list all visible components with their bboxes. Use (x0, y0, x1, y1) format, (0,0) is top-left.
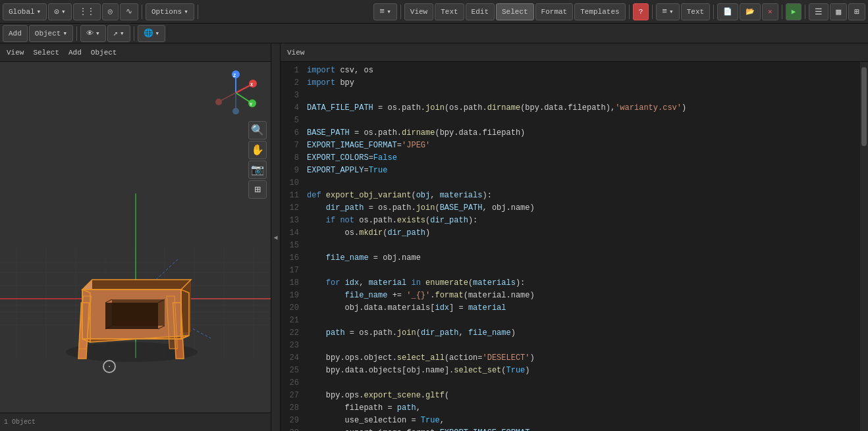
object-arrow: ▾ (63, 29, 67, 38)
select-label: Select (502, 8, 528, 16)
code-view-btn[interactable]: View (283, 45, 308, 60)
run-script-btn[interactable]: ▶ (786, 3, 802, 20)
add-btn[interactable]: Add (3, 25, 28, 42)
layout-btn1[interactable]: ☰ (809, 3, 828, 20)
options-arrow: ▾ (184, 7, 188, 16)
view-type-arrow: ▾ (669, 7, 674, 16)
vp-view-btn[interactable]: View (3, 45, 28, 60)
sep6 (713, 5, 714, 19)
visibility-btn[interactable]: 👁 ▾ (80, 25, 106, 42)
view-label: View (410, 8, 427, 16)
close-file-btn[interactable]: ✕ (762, 3, 778, 20)
viewport-toolbar: View Select Add Object (0, 43, 271, 62)
view-type-icon: ≡ (662, 7, 667, 16)
scrollbar-track[interactable] (860, 62, 868, 431)
sep8 (805, 5, 805, 19)
layout-icon1: ☰ (815, 7, 823, 17)
collapse-icon: ◀ (273, 234, 277, 241)
viewport-canvas[interactable]: Z X Y (0, 62, 271, 431)
viewport-bottom: 1 Object (0, 413, 271, 431)
zoom-icon: 🔍 (251, 124, 264, 137)
new-file-btn[interactable]: 📄 (717, 3, 738, 20)
options-btn[interactable]: Options ▾ (146, 3, 194, 20)
vp-select-btn[interactable]: Select (29, 45, 63, 60)
camera-icon: 📷 (251, 163, 264, 176)
svg-point-36 (232, 108, 239, 114)
sep7 (782, 5, 782, 19)
sep5 (652, 5, 653, 19)
layout-btn3[interactable]: ⊞ (848, 3, 865, 20)
help-icon: ? (639, 8, 643, 16)
sep9 (76, 26, 77, 41)
text-label-top: Text (441, 8, 458, 16)
view-type-btn[interactable]: ≡ ▾ (656, 3, 679, 20)
camera-btn[interactable]: 📷 (248, 161, 267, 179)
transform-btn[interactable]: ↗ ▾ (107, 25, 130, 42)
select-menu-btn[interactable]: Select (496, 3, 534, 20)
eye-arrow: ▾ (95, 29, 100, 38)
pivot-arrow: ▾ (61, 7, 66, 16)
filename-label: Text (687, 8, 704, 16)
vp-add-btn[interactable]: Add (65, 45, 86, 60)
render-arrow: ▾ (155, 29, 160, 38)
svg-line-33 (219, 93, 236, 101)
layout-icon3: ⊞ (854, 7, 859, 17)
format-menu-btn[interactable]: Format (535, 3, 574, 20)
templates-menu-btn[interactable]: Templates (574, 3, 625, 20)
proportional-icon: ◎ (108, 7, 113, 16)
help-btn[interactable]: ? (633, 3, 649, 20)
dropdown-arrow: ▾ (37, 7, 41, 16)
top-toolbar: Global ▾ ⊙ ▾ ⋮⋮ ◎ ∿ Options ▾ ≡ ▾ View T… (0, 0, 868, 24)
format-label: Format (541, 8, 568, 16)
filename-field[interactable]: Text (681, 3, 710, 20)
pivot-btn[interactable]: ⊙ ▾ (48, 3, 71, 20)
pivot-icon: ⊙ (54, 7, 59, 17)
transform-icon: ↗ (113, 28, 118, 38)
open-file-btn[interactable]: 📂 (740, 3, 761, 20)
svg-text:Z: Z (233, 73, 236, 78)
object-btn[interactable]: Object ▾ (29, 25, 73, 42)
render-icon: 🌐 (144, 28, 153, 38)
transform-arrow: ▾ (120, 29, 124, 38)
snap-grid-btn[interactable]: ⋮⋮ (73, 3, 101, 20)
editor-type-icon: ≡ (379, 7, 385, 16)
layout-icon2: ▦ (836, 7, 841, 17)
layout-btn2[interactable]: ▦ (830, 3, 847, 20)
perspective-btn[interactable]: ⊞ (248, 180, 267, 199)
viewport-panel: View Select Add Object (0, 43, 271, 431)
code-editor: View 1234 5678 9101112 13141516 17181920… (281, 43, 868, 431)
close-icon: ✕ (768, 7, 773, 16)
pivot-indicator (103, 360, 116, 373)
sep3 (400, 5, 401, 19)
edit-menu-btn[interactable]: Edit (466, 3, 495, 20)
line-numbers: 1234 5678 9101112 13141516 17181920 2122… (281, 62, 304, 431)
svg-line-30 (236, 93, 251, 103)
sep1 (142, 5, 142, 19)
sep2 (198, 5, 198, 19)
vp-object-btn[interactable]: Object (87, 45, 121, 60)
global-dropdown[interactable]: Global ▾ (3, 3, 47, 20)
wave-icon: ∿ (126, 7, 132, 16)
collapse-tab[interactable]: ◀ (271, 43, 281, 431)
code-area[interactable]: import csv, os import bpy DATA_FILE_PATH… (304, 62, 860, 431)
svg-rect-55 (112, 299, 165, 326)
pan-btn[interactable]: ✋ (248, 141, 267, 159)
templates-label: Templates (580, 8, 619, 16)
view-menu-btn[interactable]: View (404, 3, 433, 20)
text-menu-btn[interactable]: Text (435, 3, 464, 20)
global-label: Global (9, 8, 35, 16)
axis-gizmo[interactable]: Z X Y (213, 70, 259, 116)
eye-icon: 👁 (86, 29, 94, 38)
render-mode-btn[interactable]: 🌐 ▾ (138, 25, 166, 42)
scrollbar-thumb[interactable] (861, 67, 867, 146)
editor-type-btn[interactable]: ≡ ▾ (373, 3, 396, 20)
zoom-in-btn[interactable]: 🔍 (248, 121, 267, 139)
sep10 (134, 26, 134, 41)
sep4 (629, 5, 630, 19)
edit-label: Edit (472, 8, 489, 16)
run-icon: ▶ (792, 7, 796, 16)
grid-icon: ⊞ (254, 183, 261, 196)
svg-point-34 (215, 99, 222, 105)
proportional-btn[interactable]: ◎ (102, 3, 119, 20)
wave-btn[interactable]: ∿ (120, 3, 138, 20)
